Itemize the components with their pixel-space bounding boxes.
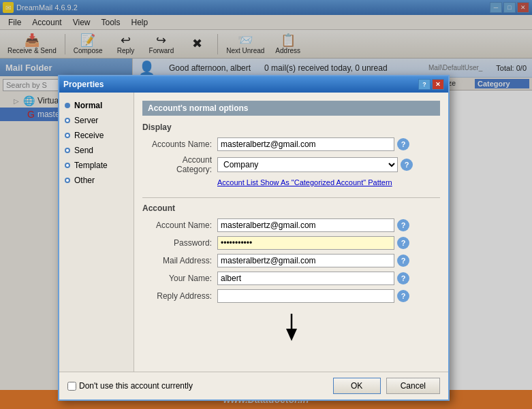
- dont-use-checkbox[interactable]: [67, 382, 76, 391]
- your-name-wrap: ?: [217, 272, 440, 285]
- account-category-label: AccountCategory:: [142, 155, 217, 174]
- account-name-input[interactable]: [217, 218, 394, 232]
- account-category-help[interactable]: ?: [401, 159, 413, 171]
- properties-dialog: Properties ? ✕ Normal Server Receive Sen…: [58, 75, 450, 401]
- account-category-select[interactable]: Company: [217, 157, 398, 172]
- accounts-name-row: Accounts Name: ?: [142, 137, 440, 151]
- your-name-label: Your Name:: [142, 274, 217, 283]
- dialog-title: Properties: [63, 80, 104, 89]
- nav-label-server: Server: [74, 116, 98, 125]
- account-category-row: AccountCategory: Company ?: [142, 155, 440, 174]
- account-name-row: Account Name: ?: [142, 218, 440, 232]
- dialog-nav-send[interactable]: Send: [59, 143, 134, 158]
- dialog-nav-receive[interactable]: Receive: [59, 128, 134, 143]
- dialog-nav-normal[interactable]: Normal: [59, 98, 134, 113]
- password-help[interactable]: ?: [397, 237, 409, 249]
- arrow-container: [142, 314, 440, 341]
- dont-use-label: Don't use this account currently: [79, 381, 193, 391]
- dialog-content: Account's normal options Display Account…: [134, 93, 448, 372]
- footer-buttons: OK Cancel: [333, 378, 440, 394]
- nav-label-send: Send: [74, 146, 93, 155]
- mail-address-label: Mail Address:: [142, 256, 217, 265]
- account-title: Account: [142, 197, 440, 213]
- dialog-body: Normal Server Receive Send Template Othe…: [59, 93, 448, 372]
- reply-address-label: Reply Address:: [142, 291, 217, 301]
- nav-label-receive: Receive: [74, 131, 104, 140]
- nav-bullet-template: [65, 163, 70, 168]
- footer-left: Don't use this account currently: [67, 381, 193, 391]
- acc-name-label: Account Name:: [142, 220, 217, 230]
- account-category-wrap: Company ?: [217, 157, 440, 172]
- nav-label-other: Other: [74, 176, 95, 185]
- svg-marker-1: [286, 329, 297, 341]
- nav-label-template: Template: [74, 161, 108, 170]
- your-name-row: Your Name: ?: [142, 272, 440, 285]
- password-row: Password: ?: [142, 236, 440, 250]
- dialog-help-button[interactable]: ?: [418, 79, 431, 90]
- nav-bullet-other: [65, 178, 70, 183]
- down-arrow-icon: [278, 314, 305, 341]
- mail-address-input[interactable]: [217, 254, 394, 267]
- ok-button[interactable]: OK: [333, 378, 381, 394]
- nav-bullet-receive: [65, 133, 70, 138]
- mail-address-help[interactable]: ?: [397, 255, 409, 267]
- reply-address-row: Reply Address: ?: [142, 289, 440, 303]
- cancel-button[interactable]: Cancel: [386, 378, 440, 394]
- dialog-nav: Normal Server Receive Send Template Othe…: [59, 93, 134, 372]
- nav-bullet-normal: [65, 103, 70, 108]
- section-header: Account's normal options: [142, 101, 440, 116]
- acc-name-help[interactable]: ?: [397, 219, 409, 231]
- dialog-nav-template[interactable]: Template: [59, 158, 134, 173]
- accounts-name-label: Accounts Name:: [142, 140, 217, 149]
- reply-address-input[interactable]: [217, 289, 394, 303]
- mail-address-row: Mail Address: ?: [142, 254, 440, 267]
- accounts-name-wrap: ?: [217, 137, 440, 151]
- account-group: Account Account Name: ? Password: ?: [142, 197, 440, 303]
- your-name-input[interactable]: [217, 272, 394, 285]
- nav-bullet-server: [65, 118, 70, 123]
- accounts-name-help[interactable]: ?: [397, 138, 409, 150]
- reply-address-help[interactable]: ?: [397, 290, 409, 302]
- acc-name-wrap: ?: [217, 218, 440, 232]
- password-label: Password:: [142, 238, 217, 248]
- password-wrap: ?: [217, 236, 440, 250]
- your-name-help[interactable]: ?: [397, 272, 409, 284]
- nav-bullet-send: [65, 148, 70, 153]
- display-group: Display Accounts Name: ? AccountCategory…: [142, 122, 440, 186]
- dialog-close-button[interactable]: ✕: [432, 79, 444, 90]
- mail-address-wrap: ?: [217, 254, 440, 267]
- display-title: Display: [142, 122, 440, 132]
- accounts-name-input[interactable]: [217, 137, 394, 151]
- categorized-account-link[interactable]: Account List Show As "Categorized Accoun…: [217, 178, 440, 186]
- dialog-footer: Don't use this account currently OK Canc…: [59, 372, 448, 399]
- nav-label-normal: Normal: [74, 101, 102, 110]
- dialog-nav-other[interactable]: Other: [59, 173, 134, 188]
- reply-address-wrap: ?: [217, 289, 440, 303]
- dialog-titlebar: Properties ? ✕: [59, 76, 448, 93]
- dialog-nav-server[interactable]: Server: [59, 113, 134, 128]
- password-input[interactable]: [217, 236, 394, 250]
